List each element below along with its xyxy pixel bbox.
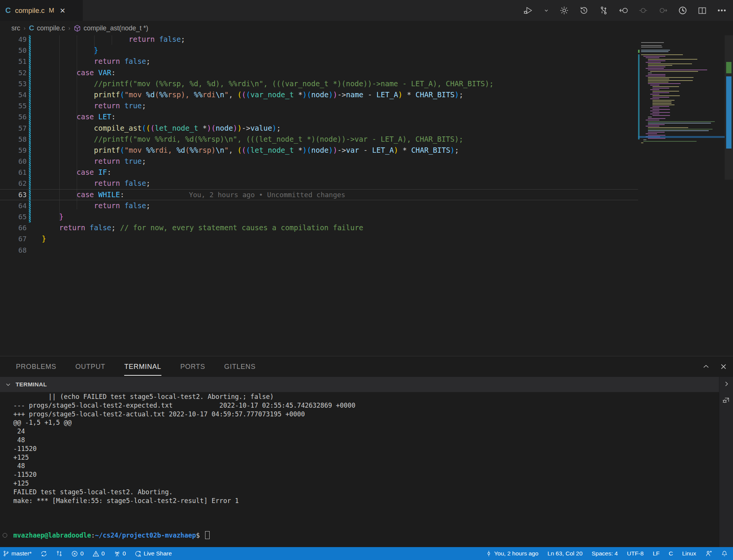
navigate-back-icon[interactable] — [639, 6, 648, 15]
code-line[interactable]: 68 — [0, 245, 638, 256]
panel-tab-output[interactable]: OUTPUT — [75, 358, 105, 376]
overview-ruler[interactable] — [725, 35, 733, 180]
line-number: 51 — [0, 56, 27, 67]
run-or-debug-button[interactable] — [523, 6, 533, 15]
indentation-status[interactable]: Spaces: 4 — [592, 550, 618, 557]
terminal-line: mvazhaep@labradoodle:~/cs24/project02b-m… — [13, 531, 719, 540]
errors-count[interactable]: 0 — [71, 550, 84, 557]
code-line[interactable]: 63 case WHILE:You, 2 hours ago • Uncommi… — [0, 189, 638, 200]
timeline-history-icon[interactable] — [580, 6, 588, 15]
panel-tab-problems[interactable]: PROBLEMS — [16, 358, 56, 376]
terminal-cursor — [205, 531, 210, 539]
line-number: 62 — [0, 178, 27, 189]
live-share-icon — [135, 551, 141, 557]
c-lang-icon: C — [29, 24, 34, 32]
panel-tabs: PROBLEMSOUTPUTTERMINALPORTSGITLENS — [0, 356, 733, 377]
navigate-forward-icon[interactable] — [659, 6, 667, 15]
breadcrumb-separator: › — [68, 25, 70, 31]
terminal-line: 24 — [13, 427, 719, 436]
code-line[interactable]: 66 return false; // for now, every state… — [0, 222, 638, 233]
code-line[interactable]: 57 compile_ast(((let_node_t *)(node))->v… — [0, 123, 638, 134]
blame-status[interactable]: You, 2 hours ago — [486, 550, 539, 557]
panel-tab-terminal[interactable]: TERMINAL — [124, 358, 161, 376]
line-number: 49 — [0, 35, 27, 45]
c-language-icon: C — [5, 6, 11, 15]
line-number: 65 — [0, 211, 27, 222]
panel-tab-ports[interactable]: PORTS — [180, 358, 205, 376]
status-bar: master*000Live Share You, 2 hours agoLn … — [0, 547, 733, 560]
code-editor[interactable]: 49 return false;50 }51 return false;52 c… — [0, 35, 733, 356]
terminal-line: +++ progs/stage5-local-test2-actual.txt … — [13, 410, 719, 419]
code-line[interactable]: 50 } — [0, 45, 638, 56]
terminal-line: 48 — [13, 436, 719, 445]
open-changes-icon[interactable] — [619, 6, 628, 15]
commit-icon — [486, 551, 492, 557]
line-number: 52 — [0, 67, 27, 78]
code-line[interactable]: 51 return false; — [0, 56, 638, 67]
terminal-side-bar — [719, 377, 733, 547]
panel-actions — [703, 356, 727, 377]
code-line[interactable]: 61 case IF: — [0, 167, 638, 178]
timer-icon[interactable] — [678, 6, 687, 15]
line-number: 66 — [0, 222, 27, 233]
tab-label: compile.c — [15, 6, 44, 15]
line-number: 61 — [0, 167, 27, 178]
branch-status[interactable]: master* — [3, 550, 32, 557]
code-line[interactable]: 56 case LET: — [0, 111, 638, 122]
more-actions-button[interactable] — [717, 6, 726, 15]
split-editor-button[interactable] — [698, 6, 706, 15]
run-dropdown-chevron[interactable] — [544, 8, 549, 13]
code-line[interactable]: 54 printf("mov %d(%%rsp), %%rdi\n", (((v… — [0, 89, 638, 100]
panel-tab-gitlens[interactable]: GITLENS — [224, 358, 256, 376]
code-line[interactable]: 55 return true; — [0, 100, 638, 111]
cursor-position[interactable]: Ln 63, Col 20 — [548, 550, 583, 557]
git-compare-status[interactable] — [56, 551, 62, 557]
feedback-button[interactable] — [705, 550, 712, 557]
code-line[interactable]: 53 //printf("mov (%%rsp, %d, %d), %%rdi\… — [0, 78, 638, 89]
chevron-right-icon[interactable] — [723, 381, 730, 387]
maximize-panel-icon[interactable] — [703, 363, 709, 370]
code-line[interactable]: 59 printf("mov %%rdi, %d(%%rsp)\n", (((l… — [0, 145, 638, 156]
code-line[interactable]: 58 //printf("mov %%rdi, %d(%%rsp)\n", ((… — [0, 134, 638, 145]
debug-console-icon[interactable] — [722, 395, 731, 405]
terminal-output[interactable]: || (echo FAILED test stage5-local-test2.… — [0, 392, 719, 547]
sync-changes-status[interactable] — [41, 551, 47, 557]
breadcrumb-item-src[interactable]: src — [11, 24, 20, 32]
notifications-bell[interactable] — [721, 551, 728, 557]
close-tab-icon[interactable]: × — [60, 7, 65, 14]
terminal-line: @@ -1,5 +1,5 @@ — [13, 418, 719, 427]
code-line[interactable]: 60 return true; — [0, 156, 638, 167]
tab-bar: C compile.c M × — [0, 0, 733, 21]
code-line[interactable]: 62 return false; — [0, 178, 638, 189]
settings-gear-icon[interactable] — [560, 6, 569, 15]
code-content: 49 return false;50 }51 return false;52 c… — [0, 35, 638, 256]
tab-compile.c[interactable]: C compile.c M × — [0, 0, 83, 21]
code-line[interactable]: 52 case VAR: — [0, 67, 638, 78]
language-mode[interactable]: C — [669, 550, 673, 557]
eol-status[interactable]: LF — [653, 550, 660, 557]
code-line[interactable]: 65 } — [0, 211, 638, 222]
terminal-section-header[interactable]: TERMINAL — [0, 377, 733, 392]
close-panel-icon[interactable] — [720, 363, 727, 370]
synchronize-changes-icon[interactable] — [599, 6, 608, 15]
code-line[interactable]: 49 return false; — [0, 35, 638, 45]
sync-icon — [41, 551, 47, 557]
live-share-status[interactable]: Live Share — [135, 550, 172, 557]
feedback-person-icon — [705, 550, 712, 557]
code-line[interactable]: 67} — [0, 233, 638, 244]
minimap[interactable] — [638, 42, 725, 149]
breadcrumb-item-compile-ast-node-t-[interactable]: compile_ast(node_t *) — [74, 24, 148, 32]
remote-os-status[interactable]: Linux — [682, 550, 696, 557]
eol-status-label: LF — [653, 550, 660, 557]
code-line[interactable]: 64 return false; — [0, 200, 638, 211]
terminal-line: -11520 — [13, 470, 719, 479]
vscode-window: C compile.c M × src›Ccompile.c›compile_a… — [0, 0, 733, 560]
forwarded-ports[interactable]: 0 — [114, 550, 126, 557]
line-number: 55 — [0, 100, 27, 111]
error-circle-icon — [71, 551, 78, 557]
line-number: 57 — [0, 123, 27, 134]
breadcrumb-item-compile-c[interactable]: Ccompile.c — [29, 24, 65, 32]
warnings-count[interactable]: 0 — [93, 550, 105, 557]
encoding-status[interactable]: UTF-8 — [627, 550, 644, 557]
terminal-line: +125 — [13, 479, 719, 488]
